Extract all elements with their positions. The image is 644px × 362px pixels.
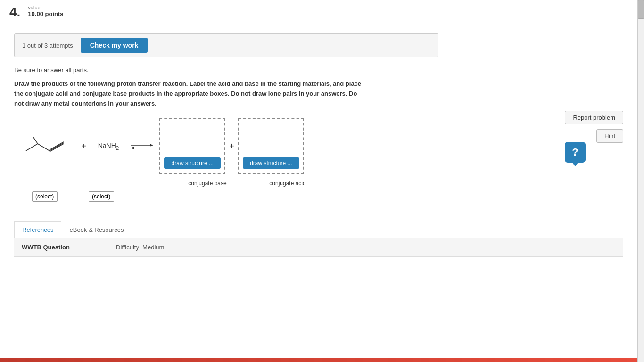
- references-tabs: References eBook & Resources: [14, 221, 623, 238]
- reaction-arrow: [130, 141, 154, 151]
- report-problem-button[interactable]: Report problem: [565, 111, 623, 124]
- svg-line-3: [50, 143, 64, 151]
- conjugate-base-label: conjugate base: [188, 180, 226, 187]
- svg-line-1: [38, 144, 50, 151]
- reactant2-select[interactable]: (select) acid base: [89, 191, 114, 202]
- left-content: Be sure to answer all parts. Draw the pr…: [14, 66, 538, 202]
- plus-sign-1: +: [81, 141, 87, 152]
- select-row: (select) acid base (select) acid base: [14, 191, 538, 202]
- references-content: WWTB Question Difficulty: Medium: [14, 238, 623, 257]
- svg-line-5: [50, 142, 64, 150]
- bottom-bar: [0, 358, 637, 362]
- plus-sign-2: +: [229, 141, 234, 151]
- wwtb-label: WWTB Question: [14, 238, 108, 257]
- references-tab[interactable]: References: [14, 221, 61, 238]
- draw-structure-btn-1[interactable]: draw structure ...: [164, 157, 221, 169]
- conjugate-acid-box: draw structure ...: [238, 118, 304, 174]
- product-boxes: draw structure ... + draw structure ...: [159, 118, 304, 174]
- hint-button[interactable]: Hint: [596, 129, 623, 143]
- svg-line-0: [26, 144, 38, 151]
- help-button[interactable]: ?: [565, 142, 586, 163]
- reactant-molecule: [14, 127, 75, 165]
- question-meta: value: 10.00 points: [28, 5, 63, 17]
- reactant1-select[interactable]: (select) acid base: [32, 191, 58, 202]
- attempts-text: 1 out of 3 attempts: [22, 42, 73, 49]
- content-wrapper: Be sure to answer all parts. Draw the pr…: [14, 66, 623, 202]
- conjugate-base-box: draw structure ...: [159, 118, 225, 174]
- attempts-bar: 1 out of 3 attempts Check my work: [14, 33, 438, 57]
- points-value: 10.00 points: [28, 10, 63, 17]
- question-body: 1 out of 3 attempts Check my work Be sur…: [0, 24, 637, 266]
- check-my-work-button[interactable]: Check my work: [81, 38, 148, 53]
- right-sidebar: ? Report problem Hint: [548, 66, 623, 202]
- question-number: 4.: [9, 6, 20, 19]
- scrollbar-thumb[interactable]: [638, 0, 644, 19]
- conjugate-acid-label: conjugate acid: [269, 180, 305, 187]
- svg-line-4: [50, 144, 64, 152]
- svg-marker-9: [131, 147, 134, 149]
- help-icon: ?: [572, 146, 578, 158]
- scrollbar-track[interactable]: [637, 0, 644, 362]
- question-header: 4. value: 10.00 points: [0, 0, 637, 24]
- references-table: WWTB Question Difficulty: Medium: [14, 238, 623, 257]
- svg-line-2: [33, 137, 38, 144]
- product-labels-row: conjugate base conjugate acid: [174, 179, 538, 187]
- draw-structure-btn-2[interactable]: draw structure ...: [243, 157, 299, 169]
- table-row: WWTB Question Difficulty: Medium: [14, 238, 623, 257]
- value-label: value:: [28, 5, 63, 10]
- reaction-area: + NaNH2: [14, 118, 538, 174]
- ebook-tab[interactable]: eBook & Resources: [61, 221, 132, 238]
- problem-instruction: Be sure to answer all parts.: [14, 66, 538, 74]
- difficulty-label: Difficulty: Medium: [108, 238, 623, 257]
- references-section: References eBook & Resources WWTB Questi…: [14, 221, 623, 257]
- svg-marker-7: [150, 144, 153, 147]
- reagent-label: NaNH2: [98, 142, 119, 151]
- problem-description: Draw the products of the following proto…: [14, 79, 368, 108]
